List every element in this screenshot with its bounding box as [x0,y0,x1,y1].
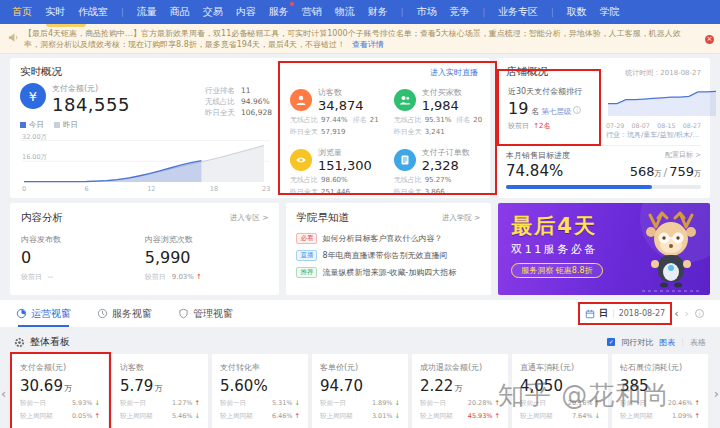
configure-goal-link[interactable]: 配置目标 > [665,150,701,161]
delta-value-wrap: 20.28%↑ [468,399,500,408]
promo-banner[interactable]: 最后4天 双11服务必备 服务洞察 钜惠8.8折 [498,203,710,295]
legend-today-label: 今日 [29,120,44,129]
nav-item-内容[interactable]: 内容 [236,5,256,19]
stat-label: 支付买家数 [422,87,462,98]
stat-detail-line2: 昨日全天251,446 [290,187,384,197]
metric-delta-row: 较前一日5.93%↓ [20,399,100,408]
metric-card-4[interactable]: 客单价(元)94.70较前一日1.89%↓较上周同期3.01%↓ [312,354,408,428]
prev-day-arrow[interactable]: ‹ [674,308,678,319]
delta-label: 较前日 [145,273,166,281]
visitor-glyph [295,94,307,106]
academy-panel: 学院早知道 进入学院 > 必看如何分析目标客户喜欢什么内容？直播8年电商直播课带… [286,203,491,295]
nav-item-财务[interactable]: 财务 [368,5,388,19]
delta-value: 3.01% [372,412,393,420]
nav-item-业务专区[interactable]: 业务专区 [498,5,538,19]
realtime-panel-title: 实时概况 [20,65,480,79]
nav-item-取数[interactable]: 取数 [567,5,587,19]
goal-total-unit: 万 [694,170,701,178]
tab-operations-view[interactable]: 运营视窗 [16,300,71,327]
delta-value: 5.93% [72,399,93,407]
nav-item-流量[interactable]: 流量 [137,5,157,19]
shop-chart-xticks: 07-2908-0708-1508-27 [606,122,701,129]
nav-item-首页[interactable]: 首页 [12,5,32,19]
date-value[interactable]: 2018-08-27 [619,309,666,318]
nav-item-作战室[interactable]: 作战室 [78,5,108,19]
nav-item-学院[interactable]: 学院 [600,5,620,19]
delta-value-wrap: 5.93%↓ [72,399,100,408]
metric-card-unit: 万 [454,384,462,393]
nav-item-市场[interactable]: 市场 [416,5,436,19]
delta-value: 5.46% [172,412,193,420]
stat-detail-line2: 昨日全天3,866 [394,187,488,197]
academy-item[interactable]: 直播8年电商直播课带你告别无效直播间 [296,250,481,261]
goal-label: 本月销售目标进度 [506,150,570,161]
nav-item-物流[interactable]: 物流 [335,5,355,19]
date-picker[interactable]: 日 | 2018-08-27 [582,305,668,322]
delta-value: -- [48,273,53,281]
academy-list: 必看如何分析目标客户喜欢什么内容？直播8年电商直播课带你告别无效直播间推荐流量纵… [296,233,481,278]
metric-card-2[interactable]: 访客数5.79万较前一日1.27%↑较上周同期5.46%↓ [112,354,208,428]
nav-divider: | [121,8,124,17]
info-icon[interactable]: i [695,309,704,318]
cards-next-arrow[interactable]: › [714,386,719,401]
metric-label: 排名 [353,116,367,124]
svg-text:18: 18 [210,185,218,193]
tab-management-view[interactable]: 管理视窗 [178,300,233,327]
metric-delta-row: 较前一日1.27%↑ [120,399,200,408]
shop-overview-panel: 店铺概况 统计时间：2018-08-27 近30天支付金额排行 19 名 第七层… [497,58,710,198]
view-chart-toggle[interactable]: 图表 [659,337,675,348]
middle-row: 内容分析 进入专区 > 内容发布数 0 较前日-- 内容浏览次数 5,990 较… [10,203,710,295]
cards-prev-arrow[interactable]: ‹ [1,386,6,401]
metric-card-value: 94.70 [320,377,400,395]
academy-item[interactable]: 推荐流量纵横新增来源-收藏-加购四大指标 [296,267,481,278]
board-header: 整体看板 ✓ 同行对比 图表 | 表格 [0,327,720,354]
nav-item-竞争[interactable]: 竞争 [449,5,469,19]
visitor-icon [290,89,312,111]
notice-link[interactable]: 查看详情 [352,40,384,49]
stat-value: 1,984 [422,98,462,113]
metric-delta-row: 较上周同期0.05%↑ [20,412,100,421]
view-table-toggle[interactable]: 表格 [690,337,706,348]
metric-card-1[interactable]: 支付金额(元)30.69万较前一日5.93%↓较上周同期0.05%↑ [12,354,108,428]
notice-close-icon[interactable]: × [705,35,714,44]
arrow-up-icon: ↑ [495,412,500,420]
pie-icon [16,308,27,319]
metric-card-5[interactable]: 成功退款金额(元)2.22万较前一日20.28%↑较上周同期45.93%↑ [412,354,508,428]
buyer-icon [394,89,416,111]
delta-label: 较前一日 [420,399,446,408]
next-day-arrow[interactable]: › [685,308,689,319]
nav-item-营销[interactable]: 营销 [302,5,322,19]
summary-value: 11 [241,86,251,95]
tag-badge: 必看 [296,233,317,244]
nav-item-交易[interactable]: 交易 [203,5,223,19]
academy-link[interactable]: 进入学院 > [442,213,481,223]
nav-item-实时[interactable]: 实时 [45,5,65,19]
info-icon[interactable]: i [573,106,581,114]
metric-card-3[interactable]: 支付转化率5.60%较前一日5.31%↓较上周同期6.46%↑ [212,354,308,428]
metric-card-value: 2.22万 [420,377,500,395]
order-icon [394,149,416,171]
nav-item-服务[interactable]: 服务 [269,5,289,19]
delta-value: 9.03% [172,273,194,281]
goal-separator: / [663,166,667,179]
stat-访客数: 访客数34,874无线占比97.44%排名21昨日全天57,919 [290,87,384,137]
content-stats: 内容发布数 0 较前日-- 内容浏览次数 5,990 较前日9.03%↑ [21,234,268,282]
realtime-live-link[interactable]: 进入实时直播 [430,67,478,78]
peer-compare-checkbox[interactable]: ✓ [607,338,615,346]
delta-value: 7.64% [572,412,593,420]
granularity-label[interactable]: 日 [599,307,608,320]
arrow-down-icon: ↓ [195,412,200,420]
content-zone-link[interactable]: 进入专区 > [230,213,269,223]
order-glyph [399,154,411,166]
tag-badge: 直播 [296,250,317,261]
metric-delta-row: 较前一日5.31%↓ [220,399,300,408]
metric-value: 97.44% [321,116,348,124]
stat-detail-line1: 无线占比95.27% [394,175,488,185]
tab-service-view[interactable]: 服务视窗 [97,300,152,327]
peer-compare-label: 同行对比 [621,337,653,348]
legend-yesterday: 昨日 [54,120,78,130]
stat-delta-row: 较前日-- [21,272,145,282]
academy-item[interactable]: 必看如何分析目标客户喜欢什么内容？ [296,233,481,244]
eye-glyph [295,154,307,166]
nav-item-商品[interactable]: 商品 [170,5,190,19]
